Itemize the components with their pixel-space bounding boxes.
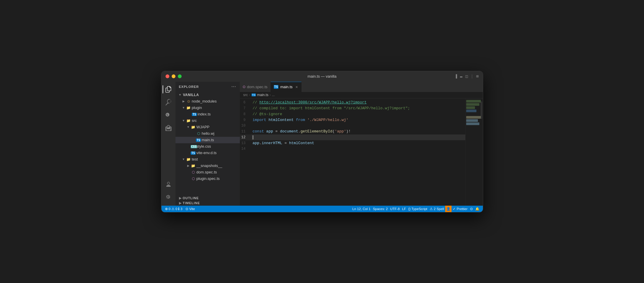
ts-file-icon: TS (192, 112, 197, 116)
explorer-label: Explorer (179, 85, 199, 88)
tree-item-main-ts[interactable]: TS main.ts (175, 137, 240, 143)
outline-section: ▶ OUTLINE ▶ TIMELINE (175, 196, 240, 206)
text-cursor (253, 135, 253, 139)
folder-icon: 📁 (186, 157, 191, 161)
tree-item-hello-wj[interactable]: ⬡ hello.wj (175, 130, 240, 137)
close-button[interactable] (166, 74, 169, 78)
code-line-10: 10 (240, 123, 465, 129)
activity-account[interactable] (163, 179, 174, 190)
line-content-11: const app = document.getElementById('app… (252, 129, 465, 134)
tree-item-plugin-spec[interactable]: ⬡ plugin.spec.ts (175, 175, 240, 182)
tree-item-style-css[interactable]: CSS style.css (175, 143, 240, 150)
activity-source-control[interactable] (163, 109, 174, 121)
tab-label-dom-spec: dom.spec.ts (247, 85, 268, 89)
status-vite[interactable]: ⊙ Vite (184, 206, 196, 212)
timeline-label: TIMELINE (183, 201, 200, 205)
tree-item-dom-spec[interactable]: ⬡ dom.spec.ts (175, 169, 240, 175)
activity-explorer[interactable] (163, 83, 174, 95)
breadcrumb-src: src (243, 93, 248, 97)
sidebar-toggle-icon[interactable]: ▐ (454, 74, 457, 79)
maximize-button[interactable] (178, 74, 182, 78)
tab-label-main-ts: main.ts (280, 85, 292, 89)
status-errors-warnings[interactable]: ⊗ 0 ⚠ 0 ℹ 3 (164, 206, 184, 212)
layout-icon[interactable]: ▬ (460, 74, 462, 79)
sidebar-more-button[interactable]: ··· (231, 84, 236, 89)
minimap (465, 98, 483, 206)
language-brace-icon: {} (408, 207, 411, 211)
status-prettier-icon-btn[interactable]: 👤 (445, 206, 452, 212)
tree-item-wjapp[interactable]: ▼ 📁 WJAPP (175, 124, 240, 130)
sidebar-header: Explorer ··· (175, 82, 240, 92)
code-line-7: 7 // compiled to: import htmlContent fro… (240, 105, 465, 111)
code-area-wrapper: 6 // http://localhost:3000/src/WJAPP/hel… (240, 98, 483, 206)
code-line-12: 12 (240, 134, 465, 140)
css-file-icon: CSS (191, 144, 196, 149)
tree-item-index-ts[interactable]: TS index.ts (175, 111, 240, 117)
tree-item-plugin[interactable]: ▼ 📁 plugin (175, 105, 240, 111)
tab-close-main-ts[interactable]: × (295, 84, 298, 90)
status-spell[interactable]: ⚠ 2 Spell (428, 206, 445, 212)
encoding-label: UTF-8 (390, 207, 400, 211)
arrow-icon: ▶ (181, 100, 186, 103)
line-num-13: 13 (240, 141, 252, 146)
main-area: Explorer ··· ▼ VANILLA ▶ ⊙ node_modules (161, 82, 483, 206)
tree-label-vanilla: VANILLA (183, 93, 199, 97)
status-broadcast[interactable]: ⊙ (469, 206, 474, 212)
status-encoding[interactable]: UTF-8 (389, 206, 401, 212)
layout-grid-icon[interactable]: ⊞ (476, 74, 478, 79)
tree-label-node-modules: node_modules (192, 99, 217, 103)
vscode-window: main.ts — vanilla ▐ ▬ ◫ | ⊞ (161, 71, 483, 212)
status-spaces[interactable]: Spaces: 2 (372, 206, 389, 212)
tree-label-main-ts: main.ts (202, 138, 214, 142)
arrow-icon: ▼ (181, 106, 186, 109)
minimize-button[interactable] (172, 74, 175, 78)
warning-count: 0 (175, 207, 177, 211)
status-prettier[interactable]: ✓ Prettier (452, 206, 469, 212)
timeline-header[interactable]: ▶ TIMELINE (175, 201, 240, 206)
notification-icon: 🔔 (475, 207, 479, 211)
tree-item-test[interactable]: ▼ 📁 test (175, 156, 240, 163)
tree-item-snapshots[interactable]: ▶ 📁 __snapshots__ (175, 163, 240, 169)
error-count: 0 (169, 207, 171, 211)
tabs-bar: ⬡ dom.spec.ts TS main.ts × (240, 82, 483, 92)
status-notification[interactable]: 🔔 (474, 206, 481, 212)
spec-file-icon: ⬡ (191, 170, 196, 174)
outline-header[interactable]: ▶ OUTLINE (175, 196, 240, 201)
tree-item-vanilla[interactable]: ▼ VANILLA (175, 92, 240, 98)
status-eol[interactable]: LF (401, 206, 407, 212)
status-position[interactable]: Ln 12, Col 1 (351, 206, 372, 212)
spell-label: 2 Spell (434, 207, 444, 211)
code-line-11: 11 const app = document.getElementById('… (240, 129, 465, 134)
code-editor[interactable]: 6 // http://localhost:3000/src/WJAPP/hel… (240, 98, 465, 206)
activity-bar-bottom (163, 179, 174, 206)
status-right: Ln 12, Col 1 Spaces: 2 UTF-8 LF {} TypeS… (351, 206, 481, 212)
tree-label-test: test (192, 157, 198, 161)
tree-item-node-modules[interactable]: ▶ ⊙ node_modules (175, 98, 240, 105)
titlebar-actions: ▐ ▬ ◫ | ⊞ (454, 74, 478, 79)
tree-item-src[interactable]: ▼ 📁 src (175, 117, 240, 124)
status-language[interactable]: {} TypeScript (407, 206, 428, 212)
tree-item-vite-env[interactable]: TS vite-env.d.ts (175, 150, 240, 156)
code-line-13: 13 app.innerHTML = htmlContent (240, 140, 465, 146)
tab-icon-main-ts: TS (274, 85, 279, 89)
code-line-6: 6 // http://localhost:3000/src/WJAPP/hel… (240, 100, 465, 105)
breadcrumb: src › TS main.ts › ... (240, 92, 483, 98)
node-modules-icon: ⊙ (186, 99, 191, 103)
activity-extensions[interactable] (163, 122, 174, 134)
tab-main-ts[interactable]: TS main.ts × (271, 82, 302, 92)
code-line-9: 9 import htmlContent from './WJAPP/hello… (240, 117, 465, 123)
ts-file-icon-vite: TS (191, 151, 196, 155)
info-count: 3 (180, 207, 182, 211)
spell-icon: ⚠ (430, 207, 433, 211)
arrow-icon: ▼ (186, 125, 191, 129)
activity-search[interactable] (163, 96, 174, 108)
line-num-12: 12 (240, 135, 252, 140)
tab-dom-spec[interactable]: ⬡ dom.spec.ts (240, 82, 271, 92)
outline-label: OUTLINE (183, 196, 199, 200)
spaces-label: Spaces: 2 (373, 207, 388, 211)
file-tree: ▼ VANILLA ▶ ⊙ node_modules ▼ 📁 plugin (175, 92, 240, 196)
tab-icon-dom-spec: ⬡ (243, 85, 245, 88)
activity-settings[interactable] (163, 192, 174, 203)
panel-toggle-icon[interactable]: ◫ (465, 74, 468, 79)
line-content-7: // compiled to: import htmlContent from … (252, 105, 465, 111)
